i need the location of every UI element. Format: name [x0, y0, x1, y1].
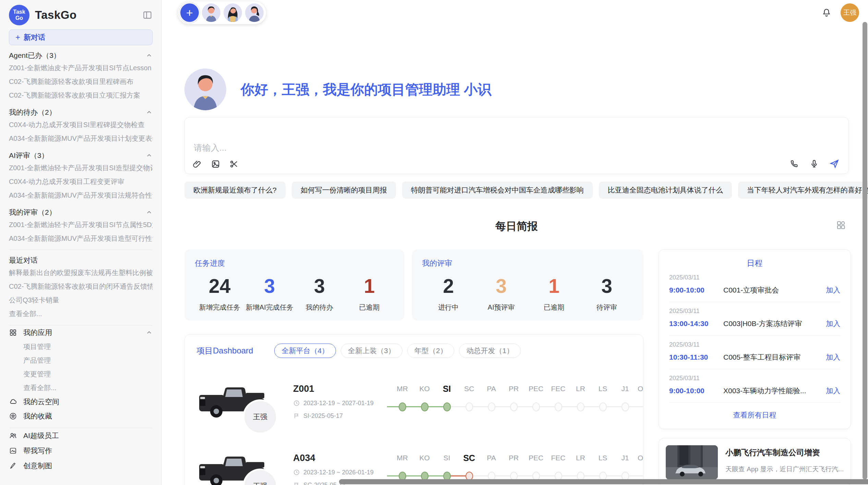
view-all-apps-link[interactable]: 查看全部... [9, 381, 153, 395]
conversation-item[interactable]: C0X4-动力总成开发项目工程变更评审 [9, 175, 153, 188]
milestone-label: KO [413, 381, 436, 397]
dashboard-filter-chip[interactable]: 年型（2） [407, 344, 455, 358]
conversation-item[interactable]: A034-全新新能源MUV产品开发项目计划变更表编写 [9, 132, 153, 145]
milestone-labels: MRKOSISCPAPRPECFECLRLSJ1OKTB [391, 381, 643, 397]
milestone-dot-pr [510, 402, 518, 411]
add-member-button[interactable]: + [180, 3, 199, 22]
sidebar-section-header-1[interactable]: 我的待办（2） [9, 107, 153, 118]
notification-bell-icon[interactable] [821, 8, 832, 18]
project-list: 王强Z0012023-12-19 ~ 2027-01-19SI-2025-05-… [196, 376, 631, 485]
member-avatar[interactable] [202, 3, 220, 22]
schedule-item: 2025/03/119:00-10:00X003-车辆动力学性能验...加入 [669, 369, 840, 403]
project-image: 王强 [196, 445, 274, 485]
schedule-time: 9:00-10:00 [669, 286, 723, 294]
chevron-up-icon[interactable] [146, 52, 153, 59]
suggestion-chip[interactable]: 当下年轻人对汽车外观有怎样的喜好趋势 [738, 182, 868, 199]
conversation-item[interactable]: C02-飞腾新能源轻客改款项目里程碑画布 [9, 75, 153, 88]
project-dates: 2023-12-19 ~ 2027-01-19 [293, 400, 385, 407]
sidebar-section-label: 我的待办（2） [9, 108, 56, 117]
layout-grid-icon[interactable] [836, 220, 846, 232]
conversation-item[interactable]: 公司Q3轻卡销量 [9, 293, 153, 307]
sidebar: Task Go TaskGo + 新对话 Agent已办（3）Z001-全新燃油… [0, 0, 162, 485]
join-link[interactable]: 加入 [826, 352, 840, 362]
suggestion-chip[interactable]: 如何写一份清晰的项目周报 [292, 182, 396, 199]
sidebar-section-header-0[interactable]: Agent已办（3） [9, 50, 153, 61]
task-progress-card: 任务进度24新增完成任务3新增AI完成任务3我的待办1已逾期 [184, 249, 405, 321]
user-avatar[interactable]: 王强 [841, 3, 859, 22]
project-name: Z001 [293, 384, 385, 394]
app-link[interactable]: 变更管理 [9, 367, 153, 381]
stat-value: 24 [195, 275, 245, 297]
view-all-schedule-link[interactable]: 查看所有日程 [669, 403, 840, 423]
horizontal-scrollbar[interactable] [339, 479, 868, 484]
sidebar-item-favorites[interactable]: 我的收藏 [9, 409, 153, 423]
vertical-scrollbar[interactable] [863, 22, 867, 480]
app-link[interactable]: 产品管理 [9, 353, 153, 367]
sidebar-section-header-3[interactable]: 我的评审（2） [9, 207, 153, 218]
conversation-item[interactable]: A034-全新新能源MUV产品开发项目法规符合性评审 [9, 188, 153, 202]
conversation-item[interactable]: C02-飞腾新能源轻客改款项目的闭环通告反馈情况 [9, 279, 153, 293]
conversation-item[interactable]: Z001-全新燃油轻卡产品开发项目SI节点属性5D文件评审 [9, 218, 153, 232]
recent-conversations-header[interactable]: 最近对话 [9, 255, 153, 266]
project-row[interactable]: 王强Z0012023-12-19 ~ 2027-01-19SI-2025-05-… [196, 376, 631, 427]
send-icon[interactable] [829, 159, 840, 169]
conversation-item[interactable]: 解释最新出台的欧盟报废车法规再生塑料比例被调至15%... [9, 266, 153, 279]
sidebar-item-cloud-space[interactable]: 我的云空间 [9, 395, 153, 409]
conversation-item[interactable]: Z001-全新燃油皮卡产品开发项目SI节点Lesson Learn报告 [9, 61, 153, 75]
suggestion-chip[interactable]: 比亚迪全固态电池计划具体说了什么 [599, 182, 732, 199]
schedule-item: 2025/03/1113:00-14:30C003|H0B-方案冻结评审加入 [669, 302, 840, 336]
microphone-icon[interactable] [809, 159, 819, 169]
sidebar-tool-item[interactable]: 创意制图 [9, 458, 153, 473]
chevron-up-icon[interactable] [146, 209, 153, 216]
news-card[interactable]: 小鹏飞行汽车制造公司增资 天眼查 App 显示，近日广州汇天飞行汽... [659, 438, 851, 485]
member-avatar[interactable] [245, 3, 264, 22]
conversation-item[interactable]: C02-飞腾新能源轻客改款项目立项汇报方案 [9, 88, 153, 102]
milestone-dot-ko [421, 402, 429, 411]
dashboard-filter-chip[interactable]: 动总开发（1） [459, 344, 521, 358]
sidebar-collapse-icon[interactable] [142, 10, 153, 20]
view-all-conversations-link[interactable]: 查看全部... [9, 307, 153, 321]
join-link[interactable]: 加入 [826, 386, 840, 396]
chat-input[interactable] [185, 117, 848, 156]
conversation-item[interactable]: C0X4-动力总成开发项目SI里程碑提交物检查 [9, 118, 153, 132]
stat-columns: 2进行中3AI预评审1已逾期3待评审 [422, 275, 633, 312]
recent-conversations: 最近对话解释最新出台的欧盟报废车法规再生塑料比例被调至15%...C02-飞腾新… [9, 255, 153, 321]
join-link[interactable]: 加入 [826, 319, 840, 328]
phone-icon[interactable] [789, 159, 799, 169]
suggestion-chip[interactable]: 特朗普可能对进口汽车增税会对中国车企造成哪些影响 [402, 182, 593, 199]
dashboard-filter-chip[interactable]: 全新平台（4） [274, 344, 336, 358]
plus-icon: + [15, 33, 20, 42]
write-icon [9, 447, 18, 455]
conversation-item[interactable]: Z001-全新燃油轻卡产品开发项目SI造型提交物评审 [9, 161, 153, 175]
sidebar-tool-item[interactable]: AI超级员工 [9, 428, 153, 443]
tool-label: AI超级员工 [23, 431, 59, 440]
sidebar-tool-item[interactable]: 帮我写作 [9, 443, 153, 458]
project-date-range: 2023-12-19 ~ 2026-01-19 [303, 469, 374, 476]
app-link[interactable]: 项目管理 [9, 340, 153, 353]
scissors-icon[interactable] [229, 159, 239, 169]
chevron-up-icon[interactable] [146, 109, 153, 116]
conversation-item[interactable]: A034-全新新能源MUV产品开发项目造型可行性评审 [9, 232, 153, 245]
image-icon[interactable] [211, 159, 220, 169]
milestone-label: FEC [547, 450, 569, 466]
schedule-time: 13:00-14:30 [669, 320, 723, 328]
join-link[interactable]: 加入 [826, 285, 840, 295]
sidebar-section-header-2[interactable]: AI评审（3） [9, 150, 153, 161]
sidebar-item-my-apps[interactable]: 我的应用 [9, 325, 153, 340]
suggestion-chip[interactable]: 欧洲新规最近颁布了什么? [184, 182, 286, 199]
dashboard-header: 项目Dashboard 全新平台（4）全新上装（3）年型（2）动总开发（1） [196, 344, 631, 358]
milestone-label: J1 [614, 450, 636, 466]
milestone-label: PR [503, 381, 525, 397]
stat-item: 3待评审 [580, 275, 633, 312]
chevron-up-icon[interactable] [146, 152, 153, 159]
milestone-label: J1 [614, 381, 636, 397]
member-avatar[interactable] [224, 3, 242, 22]
main-topbar: + 王强 [162, 0, 868, 25]
dashboard-filter-chip[interactable]: 全新上装（3） [341, 344, 402, 358]
chevron-up-icon[interactable] [146, 329, 153, 336]
paperclip-icon[interactable] [192, 159, 202, 169]
columns: 任务进度24新增完成任务3新增AI完成任务3我的待办1已逾期我的评审2进行中3A… [184, 249, 849, 485]
new-chat-button[interactable]: + 新对话 [9, 29, 153, 45]
flag-icon [293, 412, 300, 419]
dashboard-filters: 全新平台（4）全新上装（3）年型（2）动总开发（1） [274, 344, 521, 358]
